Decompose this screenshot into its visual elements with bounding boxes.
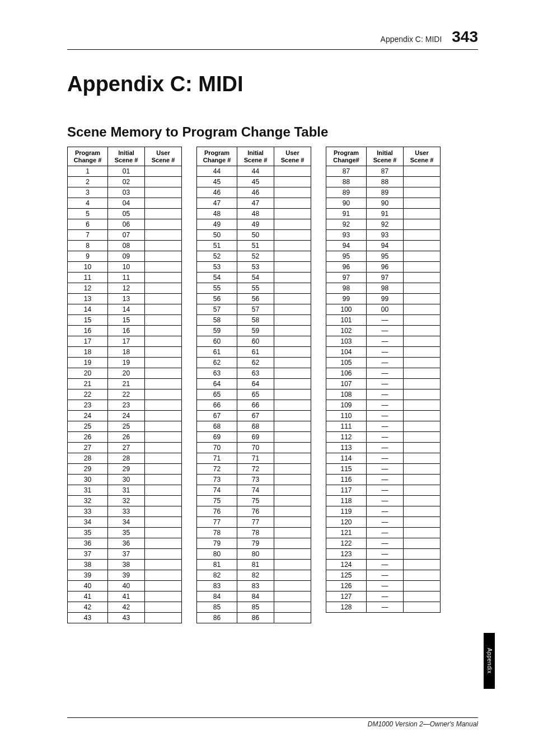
table-row: 1212 — [68, 283, 182, 294]
table-row: 8989 — [326, 187, 441, 198]
table-row: 110— — [326, 411, 441, 421]
cell-is: 53 — [237, 262, 274, 273]
cell-is: 26 — [108, 432, 145, 443]
cell-is: — — [367, 549, 404, 560]
table-row: 10000 — [326, 304, 441, 315]
cell-us — [145, 581, 182, 591]
cell-is: 72 — [237, 464, 274, 475]
cell-pc: 59 — [197, 326, 237, 336]
cell-pc: 54 — [197, 273, 237, 283]
cell-pc: 64 — [197, 379, 237, 389]
cell-us — [145, 591, 182, 602]
cell-us — [274, 166, 311, 177]
cell-us — [404, 560, 441, 570]
table-row: 1919 — [68, 358, 182, 368]
cell-is: 18 — [108, 347, 145, 358]
cell-is: — — [367, 326, 404, 336]
cell-is: 58 — [237, 315, 274, 326]
cell-us — [145, 283, 182, 294]
footer-text: DM1000 Version 2—Owner's Manual — [67, 717, 478, 728]
cell-us — [404, 198, 441, 209]
cell-pc: 89 — [326, 187, 367, 198]
table-row: 104— — [326, 347, 441, 358]
cell-is: 77 — [237, 517, 274, 528]
cell-us — [145, 315, 182, 326]
cell-is: — — [367, 528, 404, 538]
table-row: 8282 — [197, 570, 311, 581]
cell-pc: 110 — [326, 411, 367, 421]
cell-pc: 79 — [197, 538, 237, 549]
cell-us — [404, 358, 441, 368]
cell-us — [145, 602, 182, 613]
cell-pc: 86 — [197, 613, 237, 623]
table-row: 4040 — [68, 581, 182, 591]
cell-pc: 97 — [326, 273, 367, 283]
cell-pc: 5 — [68, 209, 108, 219]
table-row: 2727 — [68, 443, 182, 453]
table-row: 3939 — [68, 570, 182, 581]
cell-is: 46 — [237, 187, 274, 198]
table-row: 9898 — [326, 283, 441, 294]
table-row: 114— — [326, 453, 441, 464]
cell-is: 36 — [108, 538, 145, 549]
cell-is: 03 — [108, 187, 145, 198]
table-row: 7878 — [197, 528, 311, 538]
table-row: 7575 — [197, 496, 311, 506]
cell-pc: 36 — [68, 538, 108, 549]
cell-us — [274, 241, 311, 251]
cell-pc: 4 — [68, 198, 108, 209]
cell-us — [404, 591, 441, 602]
cell-pc: 117 — [326, 485, 367, 496]
cell-is: — — [367, 453, 404, 464]
cell-pc: 67 — [197, 411, 237, 421]
cell-is: 23 — [108, 400, 145, 411]
table-row: 101— — [326, 315, 441, 326]
cell-us — [145, 198, 182, 209]
cell-is: — — [367, 432, 404, 443]
cell-pc: 75 — [197, 496, 237, 506]
table-row: 2929 — [68, 464, 182, 475]
cell-is: 85 — [237, 602, 274, 613]
cell-is: 90 — [367, 198, 404, 209]
cell-pc: 102 — [326, 326, 367, 336]
cell-us — [274, 453, 311, 464]
cell-pc: 45 — [197, 177, 237, 187]
cell-us — [274, 177, 311, 187]
cell-is: 37 — [108, 549, 145, 560]
cell-pc: 19 — [68, 358, 108, 368]
cell-us — [274, 379, 311, 389]
cell-is: 56 — [237, 294, 274, 304]
cell-us — [145, 475, 182, 485]
col-initial-scene: InitialScene # — [367, 147, 404, 166]
cell-is: 88 — [367, 177, 404, 187]
cell-us — [274, 347, 311, 358]
cell-us — [145, 496, 182, 506]
cell-is: — — [367, 400, 404, 411]
cell-us — [404, 166, 441, 177]
cell-is: 63 — [237, 368, 274, 379]
cell-us — [404, 209, 441, 219]
cell-pc: 15 — [68, 315, 108, 326]
cell-pc: 18 — [68, 347, 108, 358]
cell-pc: 55 — [197, 283, 237, 294]
cell-us — [404, 570, 441, 581]
table-row: 8484 — [197, 591, 311, 602]
page-number: 343 — [452, 28, 478, 46]
cell-pc: 121 — [326, 528, 367, 538]
table-row: 1010 — [68, 262, 182, 273]
cell-pc: 56 — [197, 294, 237, 304]
table-row: 6262 — [197, 358, 311, 368]
cell-us — [274, 219, 311, 230]
cell-pc: 125 — [326, 570, 367, 581]
cell-is: — — [367, 485, 404, 496]
table-row: 8383 — [197, 581, 311, 591]
cell-is: — — [367, 368, 404, 379]
cell-is: 04 — [108, 198, 145, 209]
cell-pc: 38 — [68, 560, 108, 570]
cell-is: — — [367, 411, 404, 421]
cell-us — [274, 315, 311, 326]
cell-is: 07 — [108, 230, 145, 241]
cell-is: 81 — [237, 560, 274, 570]
cell-pc: 65 — [197, 389, 237, 400]
cell-us — [145, 549, 182, 560]
